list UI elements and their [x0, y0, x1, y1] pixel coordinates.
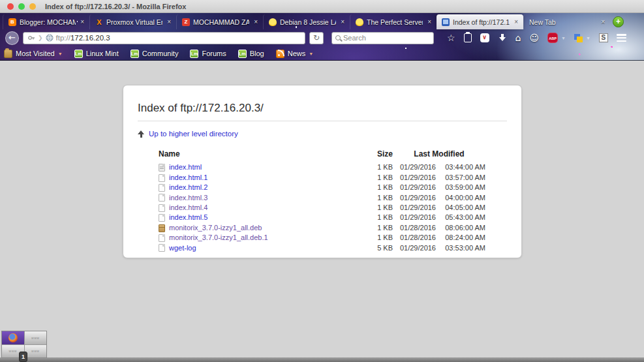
pocket-icon[interactable]: ∨ — [480, 33, 489, 42]
bookmark-item[interactable]: News▼ — [276, 50, 313, 58]
navigation-toolbar: ← ❯ ftp://172.16.20.3 ↻ ☆ ∨ ⌂ ☺ ABP — [0, 29, 644, 46]
url-bar[interactable]: ❯ ftp://172.16.20.3 — [23, 32, 305, 44]
file-date: 01/29/2016 — [393, 183, 436, 192]
bookmark-item[interactable]: LmForums — [190, 50, 226, 58]
tab-label: Proxmox Virtual Envi... — [106, 18, 162, 26]
tab-close-icon[interactable]: × — [339, 18, 346, 25]
file-link[interactable]: index.html.3 — [169, 193, 207, 203]
file-date: 01/28/2016 — [393, 233, 436, 243]
file-time: 04:00:00 AM — [436, 193, 485, 203]
file-icon — [159, 214, 165, 222]
file-size: 1 KB — [352, 223, 393, 233]
firefox-logo-icon — [8, 333, 18, 342]
file-size: 1 KB — [352, 173, 393, 183]
tab[interactable]: BBlogger: MOCHAMM...× — [3, 14, 89, 29]
tab-close-icon[interactable]: × — [600, 18, 606, 25]
search-input[interactable] — [343, 34, 430, 42]
search-box — [331, 32, 434, 44]
tab-close-icon[interactable]: × — [79, 18, 85, 25]
tab[interactable]: ZMOCHAMMAD ZAKK...× — [176, 14, 263, 29]
addon-colorful-icon[interactable] — [574, 34, 583, 42]
table-row: index.html.21 KB01/29/201603:59:00 AM — [159, 183, 485, 192]
file-size: 5 KB — [352, 243, 393, 253]
workspace-cell[interactable]: www — [25, 331, 47, 344]
file-link[interactable]: monitorix_3.7.0-izzy1_all.deb.1 — [169, 233, 268, 243]
tab[interactable]: XProxmox Virtual Envi...× — [89, 14, 176, 29]
reading-list-icon[interactable] — [464, 33, 472, 42]
tab[interactable]: New Tab× — [523, 14, 610, 29]
file-link[interactable]: wget-log — [169, 243, 196, 253]
adblock-dropdown-icon[interactable]: ▼ — [561, 36, 566, 40]
window-close-button[interactable] — [7, 3, 14, 10]
table-row: index.html.31 KB01/29/201604:00:00 AM — [159, 193, 485, 203]
mint-icon: Lm — [238, 50, 247, 58]
package-icon — [159, 224, 165, 232]
back-button[interactable]: ← — [5, 31, 19, 45]
column-header-modified: Last Modified — [393, 149, 485, 159]
addon-dropdown-icon[interactable]: ▼ — [586, 36, 590, 40]
tab-close-icon[interactable]: × — [513, 18, 519, 25]
bookmark-item[interactable]: Most Visited▼ — [4, 50, 63, 58]
file-time: 03:57:00 AM — [436, 173, 485, 183]
mint-icon: Lm — [74, 50, 83, 58]
hamburger-menu-icon[interactable] — [617, 34, 626, 42]
proxmox-favicon-icon: X — [95, 18, 103, 26]
browser-content: Index of ftp://172.16.20.3/ Up to higher… — [0, 61, 644, 357]
table-row: monitorix_3.7.0-izzy1_all.deb1 KB01/28/2… — [159, 223, 485, 233]
window-maximize-button[interactable] — [18, 3, 25, 10]
home-icon[interactable]: ⌂ — [515, 33, 521, 42]
up-directory-link[interactable]: Up to higher level directory — [149, 130, 238, 138]
file-icon — [159, 184, 165, 192]
file-time: 08:06:00 AM — [436, 223, 485, 233]
table-row: index.html.41 KB01/29/201604:05:00 AM — [159, 203, 485, 213]
bookmark-item[interactable]: LmLinux Mint — [74, 50, 119, 58]
column-header-name: Name — [159, 149, 352, 159]
bookmark-label: Most Visited — [16, 50, 55, 57]
file-size: 1 KB — [352, 233, 393, 243]
adblock-plus-icon[interactable]: ABP — [547, 33, 558, 43]
bookmark-star-icon[interactable]: ☆ — [447, 33, 455, 42]
table-row: wget-log5 KB01/29/201603:53:00 AM — [159, 243, 485, 253]
tab-label: Index of ftp://172.16.... — [453, 18, 510, 26]
tab-close-icon[interactable]: × — [426, 18, 433, 25]
file-time: 08:24:00 AM — [436, 233, 485, 243]
search-icon — [335, 35, 341, 40]
directory-index-card: Index of ftp://172.16.20.3/ Up to higher… — [123, 85, 522, 258]
workspace-cell-active[interactable] — [2, 331, 24, 344]
hello-chat-icon[interactable]: ☺ — [529, 33, 539, 42]
tab[interactable]: Index of ftp://172.16....× — [437, 14, 523, 29]
file-date: 01/29/2016 — [393, 173, 436, 183]
file-link[interactable]: index.html.4 — [169, 203, 207, 213]
file-link[interactable]: index.html — [169, 162, 202, 172]
tab-close-icon[interactable]: × — [253, 18, 259, 25]
new-tab-button[interactable]: + — [613, 16, 624, 27]
key-icon — [27, 34, 35, 42]
file-date: 01/28/2016 — [393, 223, 436, 233]
reload-button[interactable]: ↻ — [309, 32, 324, 44]
window-minimize-button[interactable] — [29, 3, 36, 10]
bookmark-item[interactable]: LmBlog — [238, 50, 264, 58]
downloads-icon[interactable] — [498, 33, 507, 42]
column-header-size: Size — [352, 149, 393, 159]
bulb-favicon-icon — [269, 18, 277, 26]
file-size: 1 KB — [352, 193, 393, 203]
tab[interactable]: The Perfect Server - ...× — [350, 14, 437, 29]
bookmark-item[interactable]: LmCommunity — [130, 50, 179, 58]
file-time: 04:05:00 AM — [436, 203, 485, 213]
table-row: index.html1 KB01/29/201603:44:00 AM — [159, 162, 485, 172]
desktop-panel — [0, 357, 644, 362]
chevron-separator-icon: ❯ — [38, 35, 43, 41]
file-link[interactable]: monitorix_3.7.0-izzy1_all.deb — [169, 223, 262, 233]
file-size: 1 KB — [352, 203, 393, 213]
session-manager-icon[interactable]: S — [599, 33, 608, 42]
file-date: 01/29/2016 — [393, 203, 436, 213]
workspace-cell[interactable]: www — [25, 345, 47, 358]
file-link[interactable]: index.html.5 — [169, 213, 207, 222]
tab[interactable]: Debian 8 Jessie LAM...× — [263, 14, 350, 29]
file-link[interactable]: index.html.2 — [169, 183, 207, 192]
file-date: 01/29/2016 — [393, 243, 436, 253]
url-text: ftp://172.16.20.3 — [56, 34, 110, 42]
table-row: index.html.11 KB01/29/201603:57:00 AM — [159, 173, 485, 183]
tab-close-icon[interactable]: × — [166, 18, 172, 25]
file-link[interactable]: index.html.1 — [169, 173, 207, 183]
